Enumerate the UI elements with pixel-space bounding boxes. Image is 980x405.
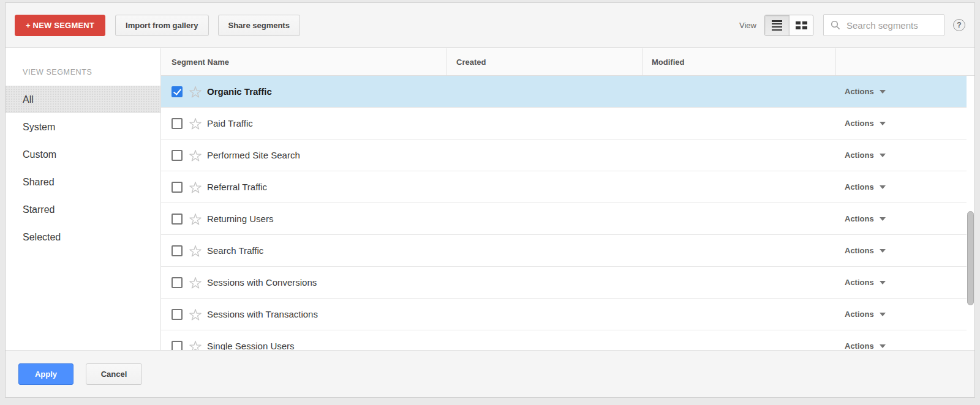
row-checkbox[interactable] <box>172 150 183 161</box>
actions-dropdown[interactable]: Actions <box>845 182 886 191</box>
segment-name[interactable]: Sessions with Conversions <box>207 277 317 288</box>
segment-name-cell: Sessions with Transactions <box>161 308 447 321</box>
table-row[interactable]: Paid Traffic Actions <box>161 108 967 139</box>
grid-view-button[interactable] <box>789 15 813 35</box>
row-checkbox[interactable] <box>172 341 183 351</box>
segment-name-cell: Single Session Users <box>161 340 447 351</box>
actions-cell: Actions <box>835 182 967 191</box>
row-checkbox[interactable] <box>172 182 183 193</box>
table-header: Segment Name Created Modified <box>161 48 974 76</box>
segment-table-body: Organic Traffic Actions Paid Traffic Act… <box>161 76 974 350</box>
column-header-modified: Modified <box>642 48 835 75</box>
row-checkbox[interactable] <box>172 86 183 97</box>
caret-down-icon <box>880 122 886 125</box>
row-checkbox[interactable] <box>172 277 183 288</box>
actions-dropdown[interactable]: Actions <box>845 214 886 223</box>
star-icon[interactable] <box>189 276 202 289</box>
table-row[interactable]: Search Traffic Actions <box>161 235 967 267</box>
actions-dropdown[interactable]: Actions <box>845 87 886 96</box>
table-row[interactable]: Returning Users Actions <box>161 203 967 235</box>
actions-dropdown[interactable]: Actions <box>845 278 886 287</box>
caret-down-icon <box>880 281 886 284</box>
new-segment-button[interactable]: + NEW SEGMENT <box>15 15 105 36</box>
star-icon[interactable] <box>189 308 202 321</box>
scrollbar-thumb[interactable] <box>967 211 974 305</box>
row-checkbox[interactable] <box>172 245 183 256</box>
row-checkbox[interactable] <box>172 309 183 320</box>
actions-label: Actions <box>845 214 874 223</box>
actions-dropdown[interactable]: Actions <box>845 341 886 350</box>
table-row[interactable]: Referral Traffic Actions <box>161 171 967 203</box>
star-icon[interactable] <box>189 340 202 351</box>
table-row[interactable]: Single Session Users Actions <box>161 330 967 350</box>
list-view-button[interactable] <box>765 15 789 35</box>
sidebar-item-custom[interactable]: Custom <box>6 141 160 168</box>
help-button[interactable]: ? <box>953 19 965 31</box>
search-icon <box>831 20 840 30</box>
star-icon[interactable] <box>189 180 202 194</box>
actions-label: Actions <box>845 150 874 160</box>
segment-table: Segment Name Created Modified Organic Tr… <box>161 48 974 350</box>
column-header-created: Created <box>447 48 642 75</box>
footer: Apply Cancel <box>6 350 974 397</box>
row-checkbox[interactable] <box>172 214 183 225</box>
caret-down-icon <box>880 313 886 316</box>
caret-down-icon <box>880 154 886 157</box>
share-segments-button[interactable]: Share segments <box>218 15 300 36</box>
caret-down-icon <box>880 217 886 221</box>
star-icon[interactable] <box>189 85 202 98</box>
row-checkbox[interactable] <box>172 118 183 129</box>
actions-cell: Actions <box>835 214 967 223</box>
segment-name[interactable]: Sessions with Transactions <box>207 309 318 319</box>
star-icon[interactable] <box>189 244 202 258</box>
caret-down-icon <box>880 90 886 94</box>
toolbar: + NEW SEGMENT Import from gallery Share … <box>6 3 974 48</box>
table-row[interactable]: Performed Site Search Actions <box>161 139 967 171</box>
sidebar-item-selected[interactable]: Selected <box>6 223 160 251</box>
segment-name[interactable]: Organic Traffic <box>207 86 272 97</box>
star-icon[interactable] <box>189 149 202 162</box>
table-row[interactable]: Sessions with Transactions Actions <box>161 299 967 330</box>
actions-cell: Actions <box>835 119 967 128</box>
segment-name[interactable]: Paid Traffic <box>207 118 253 128</box>
segment-name-cell: Returning Users <box>161 212 447 226</box>
column-header-actions <box>835 48 974 75</box>
actions-cell: Actions <box>835 150 967 160</box>
sidebar-item-label: Shared <box>23 177 55 187</box>
sidebar-item-shared[interactable]: Shared <box>6 168 160 196</box>
segment-name[interactable]: Single Session Users <box>207 341 295 350</box>
segment-name-cell: Search Traffic <box>161 244 447 258</box>
segment-name-cell: Performed Site Search <box>161 149 447 162</box>
sidebar-item-all[interactable]: All <box>6 86 160 113</box>
actions-dropdown[interactable]: Actions <box>845 310 886 319</box>
sidebar-heading: VIEW SEGMENTS <box>23 68 160 76</box>
sidebar-item-system[interactable]: System <box>6 113 160 141</box>
table-row[interactable]: Sessions with Conversions Actions <box>161 267 967 299</box>
sidebar-item-label: Starred <box>23 204 55 215</box>
segment-name[interactable]: Returning Users <box>207 214 273 224</box>
sidebar-item-starred[interactable]: Starred <box>6 196 160 223</box>
search-input[interactable] <box>823 14 944 36</box>
segment-name[interactable]: Referral Traffic <box>207 182 267 192</box>
apply-button[interactable]: Apply <box>18 363 74 385</box>
actions-dropdown[interactable]: Actions <box>845 150 886 160</box>
cancel-button[interactable]: Cancel <box>86 363 142 385</box>
star-icon[interactable] <box>189 212 202 226</box>
actions-cell: Actions <box>835 278 967 287</box>
star-icon[interactable] <box>189 117 202 130</box>
segment-name[interactable]: Performed Site Search <box>207 150 300 160</box>
actions-cell: Actions <box>835 87 967 96</box>
view-toggle <box>764 15 813 36</box>
content: VIEW SEGMENTS All System Custom Shared S… <box>6 48 974 350</box>
actions-label: Actions <box>845 341 874 350</box>
caret-down-icon <box>880 249 886 253</box>
actions-dropdown[interactable]: Actions <box>845 246 886 255</box>
import-from-gallery-button[interactable]: Import from gallery <box>115 15 208 36</box>
sidebar-item-label: Custom <box>23 149 56 160</box>
table-row[interactable]: Organic Traffic Actions <box>161 76 967 108</box>
segment-name[interactable]: Search Traffic <box>207 245 263 256</box>
sidebar: VIEW SEGMENTS All System Custom Shared S… <box>6 48 161 350</box>
search-box <box>823 14 944 36</box>
actions-dropdown[interactable]: Actions <box>845 119 886 128</box>
actions-label: Actions <box>845 310 874 319</box>
